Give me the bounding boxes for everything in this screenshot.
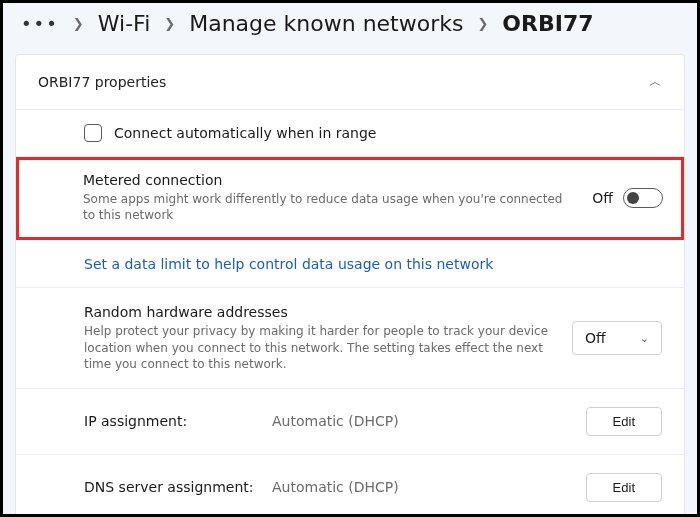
random-hw-description: Help protect your privacy by making it h… <box>84 323 556 372</box>
chevron-right-icon: ❯ <box>164 16 175 31</box>
dns-edit-button[interactable]: Edit <box>586 473 662 502</box>
chevron-right-icon: ❯ <box>477 16 488 31</box>
metered-description: Some apps might work differently to redu… <box>83 191 576 223</box>
metered-title: Metered connection <box>83 172 576 188</box>
chevron-down-icon: ⌄ <box>640 332 649 345</box>
ip-assignment-label: IP assignment: <box>84 413 254 429</box>
properties-header[interactable]: ORBI77 properties ︿ <box>16 55 684 110</box>
random-hw-title: Random hardware addresses <box>84 304 556 320</box>
chevron-up-icon: ︿ <box>649 73 662 91</box>
dns-assignment-value: Automatic (DHCP) <box>272 479 568 495</box>
breadcrumb-manage-networks[interactable]: Manage known networks <box>189 11 463 36</box>
dns-assignment-label: DNS server assignment: <box>84 479 254 495</box>
ip-assignment-value: Automatic (DHCP) <box>272 413 568 429</box>
metered-connection-row: Metered connection Some apps might work … <box>16 157 684 240</box>
breadcrumb: ••• ❯ Wi-Fi ❯ Manage known networks ❯ OR… <box>3 3 697 54</box>
random-hw-texts: Random hardware addresses Help protect y… <box>84 304 556 372</box>
properties-panel: ORBI77 properties ︿ Connect automaticall… <box>15 54 685 517</box>
ip-assignment-row: IP assignment: Automatic (DHCP) Edit <box>16 389 684 455</box>
auto-connect-row: Connect automatically when in range <box>16 110 684 157</box>
toggle-knob <box>627 192 639 204</box>
metered-toggle-group: Off <box>592 188 663 208</box>
random-hw-dropdown-value: Off <box>585 330 606 346</box>
set-data-limit-link[interactable]: Set a data limit to help control data us… <box>84 256 493 272</box>
metered-texts: Metered connection Some apps might work … <box>83 172 576 223</box>
dns-assignment-row: DNS server assignment: Automatic (DHCP) … <box>16 455 684 517</box>
auto-connect-checkbox[interactable] <box>84 124 102 142</box>
random-hw-dropdown[interactable]: Off ⌄ <box>572 321 662 355</box>
data-limit-row: Set a data limit to help control data us… <box>16 240 684 288</box>
random-hardware-row: Random hardware addresses Help protect y… <box>16 288 684 389</box>
more-icon[interactable]: ••• <box>21 13 59 34</box>
breadcrumb-current-network: ORBI77 <box>502 11 593 36</box>
chevron-right-icon: ❯ <box>73 16 84 31</box>
breadcrumb-wifi[interactable]: Wi-Fi <box>98 11 151 36</box>
auto-connect-label: Connect automatically when in range <box>114 125 376 141</box>
ip-edit-button[interactable]: Edit <box>586 407 662 436</box>
metered-toggle[interactable] <box>623 188 663 208</box>
panel-title: ORBI77 properties <box>38 74 166 90</box>
metered-toggle-state: Off <box>592 190 613 206</box>
